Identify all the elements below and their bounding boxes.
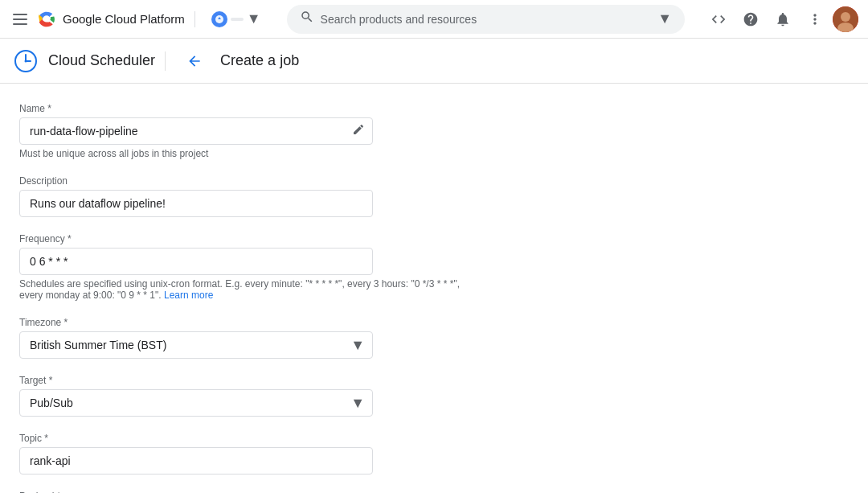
more-vert-icon	[807, 11, 823, 27]
name-input[interactable]	[19, 117, 373, 145]
top-navigation: Google Cloud Platform ▼ Search products …	[0, 0, 868, 39]
project-dot-icon	[214, 14, 225, 25]
app-title: Google Cloud Platform	[63, 12, 185, 26]
app-logo[interactable]: Google Cloud Platform	[35, 8, 185, 31]
target-label: Target *	[19, 375, 463, 386]
frequency-hint: Schedules are specified using unix-cron …	[19, 278, 463, 301]
text-field-icon	[352, 123, 365, 136]
name-hint: Must be unique across all jobs in this p…	[19, 148, 463, 159]
topic-label: Topic *	[19, 433, 463, 444]
svg-point-2	[841, 12, 850, 22]
back-button[interactable]	[182, 48, 207, 74]
frequency-label: Frequency *	[19, 233, 463, 244]
timezone-select-wrapper: British Summer Time (BST) UTC America/Ne…	[19, 331, 373, 359]
project-dropdown-icon: ▼	[247, 10, 261, 27]
cloud-shell-icon	[710, 11, 727, 27]
secondary-nav-divider	[165, 51, 166, 71]
description-field-group: Description	[19, 175, 463, 217]
project-name	[231, 18, 244, 21]
frequency-hint-text: Schedules are specified using unix-cron …	[19, 278, 460, 301]
cloud-shell-button[interactable]	[704, 5, 733, 34]
user-avatar[interactable]	[833, 6, 858, 32]
search-bar[interactable]: Search products and resources ▼	[287, 5, 685, 34]
target-select-wrapper: Pub/Sub App Engine HTTP HTTP ▼	[19, 389, 373, 417]
secondary-navigation: Cloud Scheduler Create a job	[0, 39, 868, 84]
project-selector[interactable]: ▼	[205, 7, 268, 31]
target-select[interactable]: Pub/Sub App Engine HTTP HTTP	[19, 389, 373, 417]
name-input-wrapper	[19, 117, 373, 145]
description-input[interactable]	[19, 190, 373, 217]
help-button[interactable]	[736, 5, 765, 34]
target-field-group: Target * Pub/Sub App Engine HTTP HTTP ▼	[19, 375, 463, 417]
nav-divider	[194, 11, 195, 27]
svg-point-7	[25, 60, 27, 62]
name-field-icon	[352, 123, 365, 139]
topic-field-group: Topic *	[19, 433, 463, 475]
timezone-label: Timezone *	[19, 317, 463, 328]
cloud-scheduler-icon	[14, 49, 38, 73]
google-cloud-logo-icon	[35, 8, 58, 31]
project-icon	[211, 11, 227, 27]
notifications-icon	[775, 11, 791, 27]
frequency-input[interactable]	[19, 248, 373, 275]
learn-more-link[interactable]: Learn more	[164, 290, 213, 301]
top-nav-actions	[704, 5, 858, 34]
description-label: Description	[19, 175, 463, 187]
search-placeholder: Search products and resources	[321, 13, 652, 26]
name-field-group: Name * Must be unique across all jobs in…	[19, 103, 463, 159]
avatar-image	[833, 6, 858, 32]
name-label: Name *	[19, 103, 463, 114]
main-content: Name * Must be unique across all jobs in…	[0, 84, 482, 493]
service-icon	[13, 48, 39, 74]
timezone-field-group: Timezone * British Summer Time (BST) UTC…	[19, 317, 463, 359]
back-arrow-icon	[186, 53, 203, 69]
help-icon	[743, 11, 759, 27]
search-expand-icon: ▼	[657, 10, 672, 27]
magnifier-icon	[300, 10, 314, 24]
frequency-field-group: Frequency * Schedules are specified usin…	[19, 233, 463, 301]
page-title: Create a job	[220, 52, 299, 69]
more-options-button[interactable]	[800, 5, 829, 34]
search-icon	[300, 10, 314, 28]
service-title: Cloud Scheduler	[48, 52, 155, 69]
notifications-button[interactable]	[768, 5, 797, 34]
topic-input[interactable]	[19, 447, 373, 475]
hamburger-menu[interactable]	[10, 10, 29, 29]
timezone-select[interactable]: British Summer Time (BST) UTC America/Ne…	[19, 331, 373, 359]
